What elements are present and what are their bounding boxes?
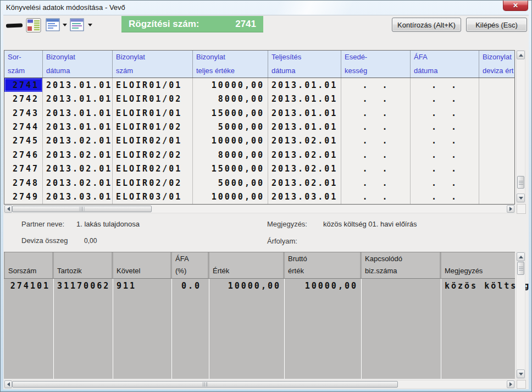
cell-kapcsolodo[interactable] [362, 279, 441, 293]
cell-bizonylat-datuma[interactable]: 2013.03.01 [43, 190, 113, 204]
top-table-vscrollbar[interactable] [516, 50, 525, 203]
cell-teljes-ertek[interactable]: 15000,00 [193, 106, 268, 120]
window-list-icon[interactable] [46, 18, 60, 32]
cell-afa-datuma[interactable]: . . [411, 92, 479, 106]
cell-bizonylat-szam[interactable]: ELOIR02/01 [113, 134, 193, 148]
scroll-left-button[interactable] [4, 380, 12, 388]
cell-afa-datuma[interactable]: . . [411, 106, 479, 120]
chevron-down-icon[interactable] [88, 24, 92, 26]
cell-afa-datuma[interactable]: . . [411, 148, 479, 162]
cell-brutto-ertek[interactable]: 10000,00 [285, 279, 361, 293]
cell-esedekesseg[interactable]: . . [341, 106, 411, 120]
cell-bizonylat-szam[interactable]: ELOIR01/02 [113, 120, 193, 134]
cell-afa-szazalek[interactable]: 0.0 [172, 279, 209, 293]
cell-sorszam[interactable]: 2746 [4, 148, 43, 162]
hscroll-thumb[interactable] [12, 206, 152, 212]
cell-teljes-ertek[interactable]: 10000,00 [193, 78, 268, 92]
cell-sorszam[interactable]: 2744 [4, 120, 43, 134]
cell-sorszam[interactable]: 274101 [4, 279, 53, 293]
cell-teljes-ertek[interactable]: 8000,00 [193, 92, 268, 106]
cell-bizonylat-szam[interactable]: ELOIR01/01 [113, 106, 193, 120]
cell-deviza-ertek[interactable] [479, 190, 514, 204]
cell-sorszam[interactable]: 2748 [4, 176, 43, 190]
cell-esedekesseg[interactable]: . . [341, 120, 411, 134]
cell-afa-datuma[interactable]: . . [411, 120, 479, 134]
title-bar[interactable]: Könyvelési adatok módosítása - Vevő ✕ [1, 1, 531, 14]
cell-sorszam[interactable]: 2749 [4, 190, 43, 204]
dash-icon[interactable] [6, 23, 23, 27]
cell-deviza-ertek[interactable] [479, 162, 514, 176]
cell-afa-datuma[interactable]: . . [411, 162, 479, 176]
cell-kovetel[interactable]: 911 [113, 279, 171, 293]
cell-esedekesseg[interactable]: . . [341, 176, 411, 190]
table-row[interactable]: 2748 2013.02.01 ELOIR02/02 5000,00 2013.… [4, 176, 514, 190]
cell-deviza-ertek[interactable] [479, 148, 514, 162]
cell-deviza-ertek[interactable] [479, 176, 514, 190]
cell-teljes-ertek[interactable]: 5000,00 [193, 120, 268, 134]
table-row[interactable]: 2741 2013.01.01 ELOIR01/01 10000,00 2013… [4, 78, 514, 92]
cell-afa-datuma[interactable]: . . [411, 78, 479, 92]
chevron-down-icon[interactable] [63, 24, 67, 26]
cell-bizonylat-szam[interactable]: ELOIR02/02 [113, 176, 193, 190]
cell-teljes-ertek[interactable]: 5000,00 [193, 176, 268, 190]
cell-bizonylat-datuma[interactable]: 2013.01.01 [43, 92, 113, 106]
scroll-left-button[interactable] [4, 205, 12, 213]
cell-bizonylat-szam[interactable]: ELOIR01/02 [113, 92, 193, 106]
cell-deviza-ertek[interactable] [479, 106, 514, 120]
vscroll-thumb[interactable] [517, 176, 524, 189]
kilepes-button[interactable]: Kilépés (Esc) [466, 18, 527, 32]
scroll-up-button[interactable] [517, 252, 525, 261]
cell-teljesites-datuma[interactable]: 2013.01.01 [268, 120, 341, 134]
cell-deviza-ertek[interactable] [479, 120, 514, 134]
cell-afa-datuma[interactable]: . . [411, 176, 479, 190]
cell-sorszam[interactable]: 2745 [4, 134, 43, 148]
cell-esedekesseg[interactable]: . . [341, 78, 411, 92]
cell-deviza-ertek[interactable] [479, 134, 514, 148]
cell-esedekesseg[interactable]: . . [341, 162, 411, 176]
cell-teljes-ertek[interactable]: 8000,00 [193, 148, 268, 162]
table-row[interactable]: 2742 2013.01.01 ELOIR01/02 8000,00 2013.… [4, 92, 514, 106]
cell-bizonylat-datuma[interactable]: 2013.02.01 [43, 162, 113, 176]
cell-teljesites-datuma[interactable]: 2013.01.01 [268, 92, 341, 106]
cell-teljesites-datuma[interactable]: 2013.01.01 [268, 78, 341, 92]
table-row[interactable]: 2749 2013.03.01 ELOIR03/01 10000,00 2013… [4, 190, 514, 204]
table-row[interactable]: 2746 2013.02.01 ELOIR02/02 8000,00 2013.… [4, 148, 514, 162]
cell-bizonylat-datuma[interactable]: 2013.01.01 [43, 106, 113, 120]
cell-bizonylat-szam[interactable]: ELOIR02/01 [113, 162, 193, 176]
scroll-up-button[interactable] [517, 51, 525, 59]
close-button[interactable]: ✕ [503, 1, 528, 11]
cell-teljesites-datuma[interactable]: 2013.03.01 [268, 190, 341, 204]
window-form-icon[interactable] [70, 18, 84, 32]
cell-sorszam-selected[interactable]: 2741 [4, 78, 43, 92]
cell-bizonylat-datuma[interactable]: 2013.01.01 [43, 78, 113, 92]
scroll-down-button[interactable] [517, 369, 525, 378]
cell-ertek[interactable]: 10000,00 [209, 279, 284, 293]
bottom-table-hscrollbar[interactable] [4, 380, 515, 389]
cell-bizonylat-szam[interactable]: ELOIR01/01 [113, 78, 193, 92]
cell-bizonylat-szam[interactable]: ELOIR03/01 [113, 190, 193, 204]
cell-sorszam[interactable]: 2743 [4, 106, 43, 120]
cell-esedekesseg[interactable]: . . [341, 92, 411, 106]
cell-sorszam[interactable]: 2747 [4, 162, 43, 176]
cell-teljesites-datuma[interactable]: 2013.02.01 [268, 176, 341, 190]
cell-teljes-ertek[interactable]: 10000,00 [193, 134, 268, 148]
cell-teljesites-datuma[interactable]: 2013.01.01 [268, 106, 341, 120]
cell-teljesites-datuma[interactable]: 2013.02.01 [268, 162, 341, 176]
top-table-hscrollbar[interactable] [4, 205, 515, 213]
cell-esedekesseg[interactable]: . . [341, 148, 411, 162]
cell-afa-datuma[interactable]: . . [411, 134, 479, 148]
bottom-table-vscrollbar[interactable] [516, 252, 525, 379]
kontirozas-button[interactable]: Kontírozás (Alt+K) [392, 18, 461, 32]
cell-teljesites-datuma[interactable]: 2013.02.01 [268, 134, 341, 148]
vscroll-thumb[interactable] [517, 262, 524, 275]
table-row[interactable]: 2747 2013.02.01 ELOIR02/01 15000,00 2013… [4, 162, 514, 176]
table-row[interactable]: 2743 2013.01.01 ELOIR01/01 15000,00 2013… [4, 106, 514, 120]
cell-sorszam[interactable]: 2742 [4, 92, 43, 106]
cell-afa-datuma[interactable]: . . [411, 190, 479, 204]
scroll-right-button[interactable] [507, 380, 514, 388]
table-row[interactable]: 2745 2013.02.01 ELOIR02/01 10000,00 2013… [4, 134, 514, 148]
scroll-right-button[interactable] [507, 205, 514, 213]
cell-bizonylat-datuma[interactable]: 2013.02.01 [43, 148, 113, 162]
cell-deviza-ertek[interactable] [479, 78, 514, 92]
cell-teljes-ertek[interactable]: 15000,00 [193, 162, 268, 176]
